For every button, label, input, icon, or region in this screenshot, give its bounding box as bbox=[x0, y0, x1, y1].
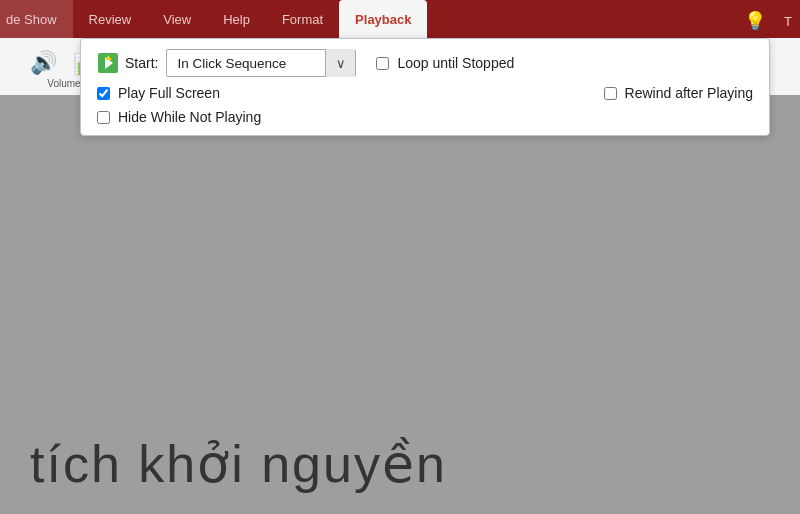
rewind-after-playing-label: Rewind after Playing bbox=[625, 85, 753, 101]
ribbon: de Show Review View Help Format Playback… bbox=[0, 0, 800, 95]
rewind-after-playing-checkbox[interactable] bbox=[604, 87, 617, 100]
play-full-screen-checkbox[interactable] bbox=[97, 87, 110, 100]
lightbulb-icon[interactable]: 💡 bbox=[734, 4, 776, 38]
slide-area: tích khởi nguyền bbox=[0, 95, 800, 514]
rewind-group: Rewind after Playing bbox=[604, 85, 753, 101]
tab-help[interactable]: Help bbox=[207, 0, 266, 38]
video-options-panel: Start: In Click Sequence ∨ Loop until St… bbox=[80, 38, 770, 136]
app-window: de Show Review View Help Format Playback… bbox=[0, 0, 800, 514]
slide-text: tích khởi nguyền bbox=[30, 434, 447, 494]
volume-button[interactable]: 🔊 bbox=[24, 50, 63, 76]
tab-playback[interactable]: Playback bbox=[339, 0, 427, 38]
volume-label: Volume bbox=[47, 78, 80, 91]
play-full-screen-group: Play Full Screen bbox=[97, 85, 220, 101]
start-row: Start: In Click Sequence ∨ Loop until St… bbox=[97, 49, 753, 77]
ribbon-content: 🔊 📊 Volume bbox=[0, 38, 800, 95]
hide-while-not-playing-label: Hide While Not Playing bbox=[118, 109, 261, 125]
hide-while-not-playing-checkbox[interactable] bbox=[97, 111, 110, 124]
hide-while-not-playing-row: Hide While Not Playing bbox=[97, 109, 753, 125]
loop-until-stopped-label: Loop until Stopped bbox=[397, 55, 514, 71]
tab-format[interactable]: Format bbox=[266, 0, 339, 38]
hide-group: Hide While Not Playing bbox=[97, 109, 261, 125]
loop-until-stopped-checkbox[interactable] bbox=[376, 57, 389, 70]
tab-view[interactable]: View bbox=[147, 0, 207, 38]
volume-icon: 🔊 bbox=[30, 52, 57, 74]
ribbon-tabs: de Show Review View Help Format Playback… bbox=[0, 0, 800, 38]
tab-slide-show[interactable]: de Show bbox=[0, 0, 73, 38]
start-dropdown-value: In Click Sequence bbox=[167, 56, 325, 71]
play-icon bbox=[97, 52, 119, 74]
chevron-down-icon: ∨ bbox=[336, 56, 346, 71]
play-full-screen-label: Play Full Screen bbox=[118, 85, 220, 101]
start-label: Start: bbox=[125, 55, 158, 71]
loop-row: Loop until Stopped bbox=[376, 55, 514, 71]
tab-extra[interactable]: T bbox=[776, 8, 800, 35]
start-dropdown-arrow[interactable]: ∨ bbox=[325, 49, 355, 77]
tab-review[interactable]: Review bbox=[73, 0, 148, 38]
play-full-screen-row: Play Full Screen Rewind after Playing bbox=[97, 85, 753, 101]
ribbon-right-icons: 💡 T bbox=[734, 4, 800, 38]
start-dropdown[interactable]: In Click Sequence ∨ bbox=[166, 49, 356, 77]
